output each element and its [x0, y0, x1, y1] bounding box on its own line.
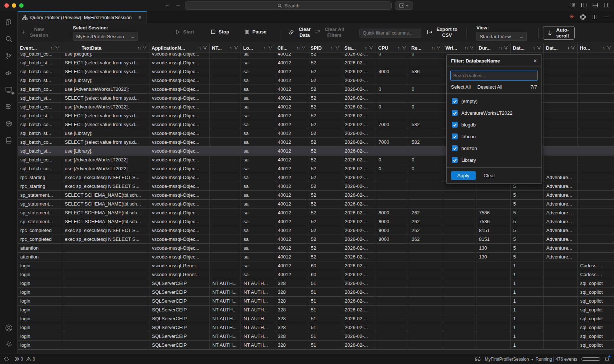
- column-header[interactable]: Dat...↑↓: [511, 43, 544, 53]
- table-row[interactable]: rpc_completedexec sp_executesql N'SELECT…: [18, 235, 614, 244]
- column-header[interactable]: SPID↑↓: [308, 43, 342, 53]
- filter-value-item[interactable]: horizon: [447, 142, 542, 154]
- sort-icon[interactable]: ↑↓: [499, 46, 502, 50]
- column-header[interactable]: Cli...↑↓: [275, 43, 308, 53]
- toggle-secondary-sidebar-icon[interactable]: [604, 2, 610, 8]
- quick-filter-input[interactable]: [359, 29, 421, 38]
- table-row[interactable]: attentionvscode-mssql-Objec...sa40012522…: [18, 244, 614, 253]
- start-button[interactable]: Start: [175, 29, 194, 35]
- column-header[interactable]: NT...↑↓: [210, 43, 241, 53]
- sort-icon[interactable]: ↑↓: [432, 46, 435, 50]
- filter-value-item[interactable]: (empty): [447, 95, 542, 107]
- apply-button[interactable]: Apply: [451, 171, 476, 180]
- view-select[interactable]: Standard View ⌄: [476, 32, 527, 41]
- pause-button[interactable]: Pause: [245, 29, 266, 35]
- table-row[interactable]: sp_statement...SELECT SCHEMA_NAME(tbl.sc…: [18, 208, 614, 217]
- table-row[interactable]: loginSQLServerCEIPNT AUTH...NT AUTH...32…: [18, 341, 614, 350]
- filter-funnel-icon[interactable]: [504, 46, 508, 50]
- filter-funnel-icon[interactable]: [469, 46, 474, 50]
- layout-control[interactable]: [395, 1, 413, 10]
- table-row[interactable]: loginSQLServerCEIPNT AUTH...NT AUTH...32…: [18, 297, 614, 306]
- checkbox[interactable]: [452, 110, 458, 116]
- table-row[interactable]: sp_statement...SELECT SCHEMA_NAME(tbl.sc…: [18, 191, 614, 200]
- sort-icon[interactable]: ↑↓: [364, 46, 368, 50]
- sort-icon[interactable]: ↑↓: [229, 46, 233, 50]
- search-icon[interactable]: [4, 35, 13, 43]
- notifications-bell[interactable]: [604, 356, 610, 362]
- sort-icon[interactable]: ↑↓: [602, 46, 606, 50]
- column-header[interactable]: Lo...↑↓: [241, 43, 275, 53]
- customize-layout-icon[interactable]: [569, 2, 575, 8]
- checkbox[interactable]: [452, 133, 458, 139]
- sort-icon[interactable]: ↑↓: [330, 46, 334, 50]
- filter-funnel-icon[interactable]: [607, 46, 611, 50]
- filter-funnel-icon[interactable]: [301, 46, 306, 50]
- filter-funnel-icon[interactable]: [571, 46, 575, 50]
- close-icon[interactable]: ✕: [138, 15, 142, 20]
- clear-data-button[interactable]: Clear Data: [288, 26, 312, 38]
- checkbox[interactable]: [452, 145, 458, 151]
- filter-search-input[interactable]: [450, 71, 538, 81]
- table-row[interactable]: loginSQLServerCEIPNT AUTH...NT AUTH...32…: [18, 332, 614, 341]
- problems-indicator[interactable]: 0 0: [14, 357, 35, 362]
- filter-value-item[interactable]: fabcon: [447, 131, 542, 142]
- filter-funnel-icon[interactable]: [142, 46, 147, 50]
- filter-funnel-icon[interactable]: [402, 46, 407, 50]
- arrow-back-icon[interactable]: ←: [164, 1, 170, 8]
- column-header[interactable]: ApplicationN...↑↓: [149, 43, 210, 53]
- table-row[interactable]: sp_statement...SELECT SCHEMA_NAME(tbl.sc…: [18, 217, 614, 226]
- table-row[interactable]: loginSQLServerCEIPNT AUTH...NT AUTH...32…: [18, 314, 614, 323]
- settings-gear-icon[interactable]: [4, 340, 13, 349]
- copilot-icon[interactable]: [475, 357, 481, 362]
- checkbox[interactable]: [452, 122, 458, 128]
- filter-funnel-icon[interactable]: [55, 46, 60, 50]
- minimize-window-button[interactable]: [12, 3, 16, 8]
- filter-funnel-icon[interactable]: [203, 46, 207, 50]
- column-header[interactable]: Re...↑↓: [409, 43, 443, 53]
- checkbox[interactable]: [452, 157, 458, 163]
- deselect-all-button[interactable]: Deselect All: [477, 84, 502, 90]
- sort-icon[interactable]: ↑↓: [138, 46, 141, 50]
- column-header[interactable]: Event...↑↓: [18, 43, 62, 53]
- sort-icon[interactable]: ↑↓: [198, 46, 201, 50]
- sort-icon[interactable]: ↑↓: [532, 46, 535, 50]
- command-center-search[interactable]: Search: [185, 1, 392, 10]
- select-all-button[interactable]: Select All: [451, 84, 471, 90]
- table-row[interactable]: rpc_completedexec sp_executesql N'SELECT…: [18, 226, 614, 235]
- clear-button[interactable]: Clear: [484, 173, 495, 178]
- column-header[interactable]: Dat...↓: [544, 43, 578, 53]
- new-session-button[interactable]: + New Session: [21, 26, 50, 38]
- close-icon[interactable]: ✕: [533, 58, 537, 64]
- filter-funnel-icon[interactable]: [335, 46, 340, 50]
- sort-icon[interactable]: ↑↓: [263, 46, 267, 50]
- filter-value-item[interactable]: AdventureWorksLT2022: [447, 107, 542, 119]
- profiler-session-status[interactable]: MyFirstProfilerSession ● Running | 476 e…: [485, 357, 577, 362]
- sort-icon[interactable]: ↓: [567, 45, 569, 50]
- filter-value-item[interactable]: Library: [447, 154, 542, 163]
- zoom-window-button[interactable]: [19, 3, 24, 8]
- sort-icon[interactable]: ↑↓: [465, 46, 468, 50]
- tab-query-profiler[interactable]: Query Profiler (Preview): MyFirstProfile…: [18, 11, 147, 23]
- sort-icon[interactable]: ↑↓: [50, 46, 54, 50]
- filter-value-item[interactable]: blogdb: [447, 119, 542, 131]
- table-row[interactable]: attentionvscode-mssql-Objec...sa40012522…: [18, 253, 614, 261]
- filter-funnel-icon[interactable]: [436, 46, 441, 50]
- run-debug-icon[interactable]: [4, 68, 13, 77]
- close-window-button[interactable]: [4, 3, 9, 8]
- column-header[interactable]: TextData↑↓: [62, 43, 149, 53]
- column-header[interactable]: Dur...↑↓: [476, 43, 511, 53]
- toggle-primary-sidebar-icon[interactable]: [581, 2, 587, 8]
- table-row[interactable]: loginSQLServerCEIPNT AUTH...NT AUTH...32…: [18, 323, 614, 332]
- remote-indicator-icon[interactable]: [4, 357, 9, 361]
- explorer-icon[interactable]: [4, 18, 13, 26]
- sort-icon[interactable]: ↑↓: [397, 46, 401, 50]
- column-header[interactable]: Ho...↑↓: [578, 43, 614, 53]
- account-icon[interactable]: [4, 324, 13, 332]
- table-row[interactable]: loginSQLServerCEIPNT AUTH...NT AUTH...32…: [18, 306, 614, 314]
- toggle-panel-icon[interactable]: [592, 2, 598, 8]
- table-row[interactable]: loginvscode-mssql-Gener...sa40012602026-…: [18, 261, 614, 270]
- filter-funnel-icon[interactable]: [537, 46, 541, 50]
- arrow-forward-icon[interactable]: →: [175, 1, 181, 8]
- table-row[interactable]: sp_statement...SELECT SCHEMA_NAME(tbl.sc…: [18, 200, 614, 208]
- database-icon[interactable]: [4, 136, 13, 145]
